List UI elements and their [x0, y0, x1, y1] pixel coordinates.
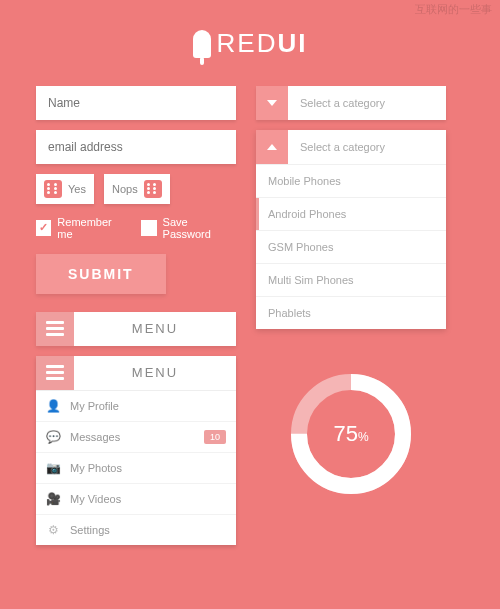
no-button[interactable]: Nops	[104, 174, 170, 204]
video-icon: 🎥	[46, 492, 60, 506]
menu-list: 👤 My Profile 💬 Messages 10 📷 My Photos 🎥…	[36, 391, 236, 545]
user-icon: 👤	[46, 399, 60, 413]
menu-item-label: My Profile	[70, 400, 226, 412]
hamburger-icon	[36, 312, 74, 346]
checkbox-unchecked-icon	[141, 220, 156, 236]
badge: 10	[204, 430, 226, 444]
dropdown-option[interactable]: Mobile Phones	[256, 164, 446, 197]
dropdown-list: Mobile Phones Android Phones GSM Phones …	[256, 164, 446, 329]
menu-item-profile[interactable]: 👤 My Profile	[36, 391, 236, 421]
logo-text: REDUI	[217, 28, 308, 59]
chevron-up-icon	[256, 130, 288, 164]
select-collapsed[interactable]: Select a category	[256, 86, 446, 120]
select-placeholder: Select a category	[288, 86, 446, 120]
yes-button[interactable]: Yes	[36, 174, 94, 204]
dropdown-option[interactable]: Multi Sim Phones	[256, 263, 446, 296]
checkbox-checked-icon: ✓	[36, 220, 51, 236]
name-input[interactable]	[36, 86, 236, 120]
menu-item-label: My Photos	[70, 462, 226, 474]
select-placeholder: Select a category	[288, 130, 446, 164]
menu-item-settings[interactable]: ⚙ Settings	[36, 514, 236, 545]
progress-value: 75%	[333, 421, 368, 447]
menu-item-label: Settings	[70, 524, 226, 536]
chevron-down-icon	[256, 86, 288, 120]
menu-expanded: MENU 👤 My Profile 💬 Messages 10 📷 My Pho…	[36, 356, 236, 545]
menu-item-label: My Videos	[70, 493, 226, 505]
progress-ring: 75%	[286, 369, 416, 499]
watermark-text: 互联网的一些事	[415, 2, 492, 17]
camera-icon: 📷	[46, 461, 60, 475]
email-input[interactable]	[36, 130, 236, 164]
save-password-label: Save Password	[163, 216, 236, 240]
menu-collapsed[interactable]: MENU	[36, 312, 236, 346]
dropdown-option[interactable]: Android Phones	[256, 197, 446, 230]
gear-icon: ⚙	[46, 523, 60, 537]
select-expanded: Select a category Mobile Phones Android …	[256, 130, 446, 329]
menu-item-photos[interactable]: 📷 My Photos	[36, 452, 236, 483]
dice-icon	[144, 180, 162, 198]
yes-label: Yes	[68, 183, 86, 195]
remember-label: Remember me	[57, 216, 127, 240]
logo: REDUI	[193, 28, 308, 59]
popsicle-icon	[193, 30, 211, 58]
hamburger-icon	[36, 356, 74, 390]
no-label: Nops	[112, 183, 138, 195]
menu-label: MENU	[74, 356, 236, 390]
menu-item-label: Messages	[70, 431, 194, 443]
menu-item-videos[interactable]: 🎥 My Videos	[36, 483, 236, 514]
menu-item-messages[interactable]: 💬 Messages 10	[36, 421, 236, 452]
dropdown-option[interactable]: Phablets	[256, 296, 446, 329]
save-password-checkbox[interactable]: Save Password	[141, 216, 236, 240]
chat-icon: 💬	[46, 430, 60, 444]
dropdown-option[interactable]: GSM Phones	[256, 230, 446, 263]
select-header[interactable]: Select a category	[256, 130, 446, 164]
menu-header[interactable]: MENU	[36, 356, 236, 391]
menu-label: MENU	[74, 312, 236, 346]
remember-checkbox[interactable]: ✓ Remember me	[36, 216, 127, 240]
submit-button[interactable]: SUBMIT	[36, 254, 166, 294]
dice-icon	[44, 180, 62, 198]
